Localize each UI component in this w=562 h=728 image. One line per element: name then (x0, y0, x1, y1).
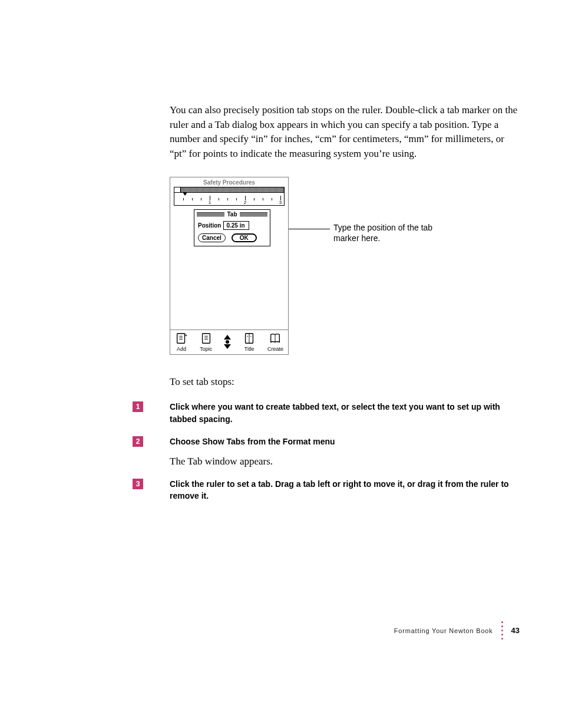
ruler-hatch-icon (181, 187, 285, 193)
position-label: Position (198, 222, 221, 229)
ok-button[interactable]: OK (232, 233, 257, 242)
step-2-text: Choose Show Tabs from the Format menu (170, 436, 335, 447)
add-page-icon (175, 332, 188, 345)
toolbar-create-label: Create (267, 346, 283, 352)
create-book-icon (269, 332, 282, 345)
toolbar-add[interactable]: Add (175, 332, 188, 352)
toolbar-topic[interactable]: Topic (200, 332, 213, 352)
scroll-box-icon (174, 187, 181, 193)
step-3: 3 Click the ruler to set a tab. Drag a t… (133, 478, 518, 502)
svg-marker-8 (224, 335, 231, 340)
step-2-after: The Tab window appears. (170, 456, 335, 467)
title-book-icon (243, 332, 256, 345)
callout-leader-line (289, 229, 330, 229)
toolbar-topic-label: Topic (200, 346, 212, 352)
cancel-button[interactable]: Cancel (198, 233, 226, 242)
ruler-num-3: 3 (279, 200, 282, 205)
tab-dialog: Tab Position 0.25 in Cancel OK (194, 209, 270, 246)
step-1-text: Click where you want to create tabbed te… (170, 401, 517, 425)
footer-chapter-title: Formatting Your Newton Book (394, 627, 493, 634)
svg-marker-10 (224, 344, 231, 349)
page-footer: Formatting Your Newton Book 43 (394, 621, 520, 640)
tab-marker-icon (183, 192, 187, 196)
position-input[interactable]: 0.25 in (223, 221, 249, 230)
chevron-up-icon (224, 335, 231, 340)
ruler-num-2: 2 (244, 200, 246, 205)
step-number-badge: 1 (133, 401, 143, 412)
window-title: Safety Procedures (170, 177, 288, 187)
figure-row: Safety Procedures 1 2 (170, 177, 518, 355)
toolbar-title-label: Title (244, 346, 254, 352)
toolbar-title[interactable]: Title (243, 332, 256, 352)
to-set-intro: To set tab stops: (170, 375, 518, 390)
topic-page-icon (200, 332, 213, 345)
step-1: 1 Click where you want to create tabbed … (133, 401, 518, 425)
dialog-title: Tab (224, 211, 239, 218)
intro-paragraph: You can also precisely position tab stop… (170, 103, 518, 162)
step-2: 2 Choose Show Tabs from the Format menu … (133, 436, 518, 467)
footer-dots-icon (501, 621, 503, 640)
callout-text: Type the position of the tab marker here… (333, 222, 434, 243)
ruler: 1 2 3 (174, 193, 285, 206)
toolbar-create[interactable]: Create (267, 332, 283, 352)
svg-rect-4 (202, 333, 210, 343)
newton-screenshot: Safety Procedures 1 2 (170, 177, 289, 355)
toolbar-add-label: Add (177, 346, 186, 352)
toolbar-nav[interactable] (224, 332, 231, 352)
step-3-text: Click the ruler to set a tab. Drag a tab… (170, 478, 517, 502)
step-number-badge: 3 (133, 479, 143, 489)
toolbar: Add Topic Title Create (170, 330, 288, 354)
svg-point-9 (226, 340, 229, 344)
step-number-badge: 2 (133, 436, 143, 447)
ruler-num-1: 1 (209, 200, 211, 205)
chevron-down-icon (224, 344, 231, 349)
svg-rect-0 (177, 333, 185, 343)
footer-page-number: 43 (511, 626, 520, 635)
dot-icon (226, 340, 229, 344)
